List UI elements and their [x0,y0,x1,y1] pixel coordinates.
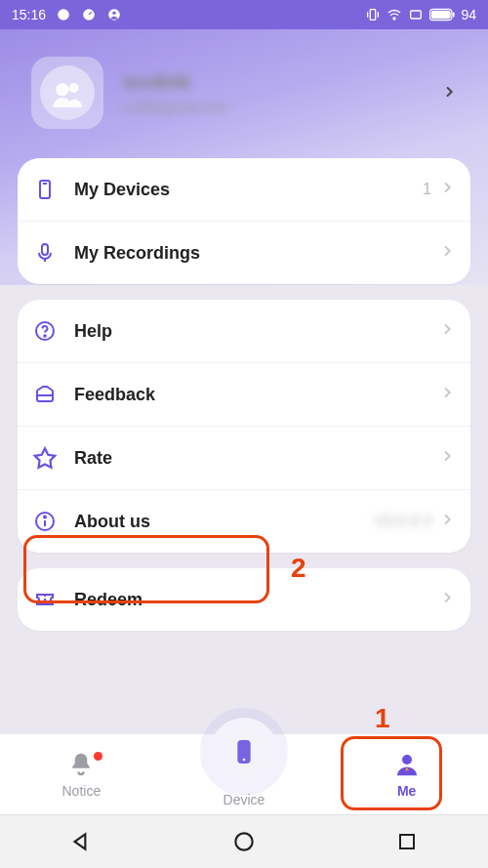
svg-rect-10 [431,11,451,20]
row-label: Redeem [74,590,439,610]
ticket-icon [31,586,59,613]
row-label: My Recordings [74,243,439,264]
svg-marker-21 [35,448,56,468]
chevron-right-icon [439,448,455,468]
status-time: 15:16 [12,7,46,22]
svg-point-28 [402,755,412,765]
item-help[interactable]: Help [18,300,470,362]
svg-rect-16 [42,244,48,255]
profile-row[interactable]: test846 nullit@gmail.com [0,29,488,148]
notification-dot-icon [94,752,102,761]
card-redeem: Redeem [18,568,470,631]
tab-label: Notice [61,783,101,799]
chevron-right-icon [439,385,455,404]
battery-percent: 94 [461,7,476,22]
card-support: Help Feedback Rate About us V3.0.4.3 [18,300,470,553]
row-label: Rate [74,448,439,469]
item-my-devices[interactable]: My Devices 1 [18,158,470,221]
item-my-recordings[interactable]: My Recordings [18,221,470,284]
back-button[interactable] [37,829,125,854]
bottom-nav: Notice Device Me [0,734,488,814]
annotation-number-1: 1 [375,703,390,734]
home-button[interactable] [200,829,288,854]
svg-point-27 [243,759,246,762]
avatar [31,57,103,129]
chevron-right-icon [439,321,455,341]
tab-label: Me [397,783,416,799]
svg-point-31 [235,833,252,849]
row-value: V3.0.4.3 [373,513,431,530]
card-devices: My Devices 1 My Recordings [18,158,470,284]
item-redeem[interactable]: Redeem [18,568,470,631]
svg-rect-11 [453,12,455,17]
row-value: 1 [423,181,431,198]
account-icon [106,7,122,22]
device-icon [31,176,59,203]
recents-button[interactable] [363,830,451,853]
content: My Devices 1 My Recordings Help Feedback [0,158,488,631]
svg-point-24 [44,517,46,518]
svg-rect-32 [400,835,414,848]
item-feedback[interactable]: Feedback [18,362,470,426]
phone-icon [228,736,260,767]
battery-icon [429,7,455,22]
vibrate-icon [365,7,381,22]
svg-point-3 [112,12,116,16]
item-rate[interactable]: Rate [18,426,470,489]
profile-name: test846 [123,71,431,94]
chevron-right-icon [439,590,455,609]
chevron-right-icon [439,180,455,199]
svg-rect-8 [411,11,422,19]
tab-notice[interactable]: Notice [22,750,140,799]
chevron-right-icon [431,80,467,105]
dashboard-icon [81,7,97,22]
svg-point-12 [56,83,68,96]
tab-device[interactable]: Device [185,718,303,807]
row-label: Feedback [74,385,439,405]
chevron-right-icon [439,243,455,263]
chevron-right-icon [439,512,455,531]
person-icon [392,750,422,779]
svg-marker-30 [75,834,86,848]
svg-point-19 [44,335,46,337]
svg-rect-4 [371,10,376,21]
tab-label: Device [224,792,265,807]
status-bar: 15:16 94 [0,0,488,29]
row-label: My Devices [74,180,423,200]
tab-me[interactable]: Me [348,750,466,799]
microphone-icon [31,239,59,267]
rect-icon [408,7,424,22]
svg-point-13 [69,83,79,93]
svg-point-7 [393,18,395,20]
bell-icon [66,750,96,779]
row-label: About us [74,512,373,532]
annotation-number-2: 2 [291,553,306,584]
feedback-icon [31,381,59,408]
star-icon [31,444,59,472]
info-icon [31,508,59,535]
help-icon [31,317,59,345]
system-nav [0,814,488,868]
item-about-us[interactable]: About us V3.0.4.3 [18,489,470,553]
svg-point-0 [58,9,69,21]
profile-subtitle: nullit@gmail.com [123,100,431,115]
row-label: Help [74,321,439,342]
wifi-icon [386,7,402,22]
chat-icon [56,7,71,22]
